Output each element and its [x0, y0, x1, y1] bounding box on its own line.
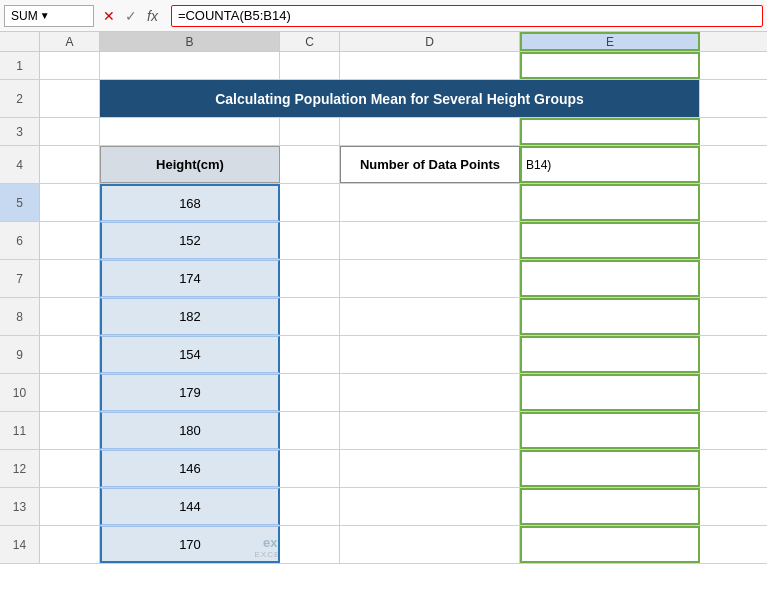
cell-d9[interactable] [340, 336, 520, 373]
table-row: 3 [0, 118, 767, 146]
cell-b7[interactable]: 174 [100, 260, 280, 297]
cell-b9[interactable]: 154 [100, 336, 280, 373]
cell-c12[interactable] [280, 450, 340, 487]
height-header-label: Height(cm) [156, 157, 224, 172]
cell-b3[interactable] [100, 118, 280, 145]
cell-b5[interactable]: 168 [100, 184, 280, 221]
height-value-9: 154 [179, 347, 201, 362]
height-value-12: 146 [179, 461, 201, 476]
cell-b12[interactable]: 146 [100, 450, 280, 487]
cell-c14[interactable] [280, 526, 340, 563]
cell-c10[interactable] [280, 374, 340, 411]
cell-a13[interactable] [40, 488, 100, 525]
cell-c3[interactable] [280, 118, 340, 145]
height-value-11: 180 [179, 423, 201, 438]
cell-c6[interactable] [280, 222, 340, 259]
col-header-a[interactable]: A [40, 32, 100, 51]
spreadsheet-grid: 1 2 Calculating Population Mean for Seve… [0, 52, 767, 599]
height-value-14: 170 [179, 537, 201, 552]
cell-c13[interactable] [280, 488, 340, 525]
cell-a1[interactable] [40, 52, 100, 79]
cell-e1[interactable] [520, 52, 700, 79]
cell-e11[interactable] [520, 412, 700, 449]
table-row: 5 168 [0, 184, 767, 222]
cell-d11[interactable] [340, 412, 520, 449]
cell-d13[interactable] [340, 488, 520, 525]
cell-b11[interactable]: 180 [100, 412, 280, 449]
table-row: 12 146 [0, 450, 767, 488]
col-header-d[interactable]: D [340, 32, 520, 51]
cell-b14[interactable]: 170 exceldemy EXCEL · DATA · BI [100, 526, 280, 563]
cell-d3[interactable] [340, 118, 520, 145]
cell-e5[interactable] [520, 184, 700, 221]
row-num-3: 3 [0, 118, 40, 145]
cell-e10[interactable] [520, 374, 700, 411]
cell-a9[interactable] [40, 336, 100, 373]
formula-confirm-icon[interactable]: ✓ [122, 6, 140, 26]
table-row: 6 152 [0, 222, 767, 260]
name-box[interactable]: SUM ▼ [4, 5, 94, 27]
table-row: 7 174 [0, 260, 767, 298]
cell-b13[interactable]: 144 [100, 488, 280, 525]
cell-a10[interactable] [40, 374, 100, 411]
cell-b8[interactable]: 182 [100, 298, 280, 335]
cell-e8[interactable] [520, 298, 700, 335]
column-headers: A B C D E [0, 32, 767, 52]
cell-e6[interactable] [520, 222, 700, 259]
cell-d5[interactable] [340, 184, 520, 221]
cell-c8[interactable] [280, 298, 340, 335]
cell-a3[interactable] [40, 118, 100, 145]
row-num-9: 9 [0, 336, 40, 373]
cell-c4[interactable] [280, 146, 340, 183]
row-num-header-spacer [0, 32, 40, 51]
row-num-2: 2 [0, 80, 40, 117]
cell-d7[interactable] [340, 260, 520, 297]
cell-b6[interactable]: 152 [100, 222, 280, 259]
col-header-b[interactable]: B [100, 32, 280, 51]
cell-a14[interactable] [40, 526, 100, 563]
row-num-10: 10 [0, 374, 40, 411]
cell-e7[interactable] [520, 260, 700, 297]
title-cell: Calculating Population Mean for Several … [100, 80, 700, 117]
cell-e12[interactable] [520, 450, 700, 487]
cell-c5[interactable] [280, 184, 340, 221]
row-num-12: 12 [0, 450, 40, 487]
cell-d10[interactable] [340, 374, 520, 411]
cell-d8[interactable] [340, 298, 520, 335]
table-row: 13 144 [0, 488, 767, 526]
fx-label: fx [144, 6, 161, 26]
cell-e3[interactable] [520, 118, 700, 145]
cell-c9[interactable] [280, 336, 340, 373]
formula-cancel-icon[interactable]: ✕ [100, 6, 118, 26]
formula-display: B14) [526, 158, 551, 172]
cell-a4[interactable] [40, 146, 100, 183]
formula-bar: SUM ▼ ✕ ✓ fx =COUNTA(B5:B14) [0, 0, 767, 32]
cell-a7[interactable] [40, 260, 100, 297]
name-box-value: SUM [11, 9, 38, 23]
grid-wrapper: 1 2 Calculating Population Mean for Seve… [0, 52, 767, 599]
cell-e13[interactable] [520, 488, 700, 525]
cell-b1[interactable] [100, 52, 280, 79]
cell-c1[interactable] [280, 52, 340, 79]
cell-a5[interactable] [40, 184, 100, 221]
cell-d6[interactable] [340, 222, 520, 259]
cell-d14[interactable] [340, 526, 520, 563]
cell-c7[interactable] [280, 260, 340, 297]
cell-e9[interactable] [520, 336, 700, 373]
formula-cell-e4[interactable]: B14) [520, 146, 700, 183]
cell-d12[interactable] [340, 450, 520, 487]
cell-d1[interactable] [340, 52, 520, 79]
row-num-11: 11 [0, 412, 40, 449]
cell-a11[interactable] [40, 412, 100, 449]
col-header-c[interactable]: C [280, 32, 340, 51]
cell-b10[interactable]: 179 [100, 374, 280, 411]
cell-a12[interactable] [40, 450, 100, 487]
col-header-e[interactable]: E [520, 32, 700, 51]
cell-c11[interactable] [280, 412, 340, 449]
height-header-cell: Height(cm) [100, 146, 280, 183]
cell-e14[interactable] [520, 526, 700, 563]
cell-a8[interactable] [40, 298, 100, 335]
cell-a6[interactable] [40, 222, 100, 259]
formula-input[interactable]: =COUNTA(B5:B14) [171, 5, 763, 27]
cell-a2[interactable] [40, 80, 100, 117]
